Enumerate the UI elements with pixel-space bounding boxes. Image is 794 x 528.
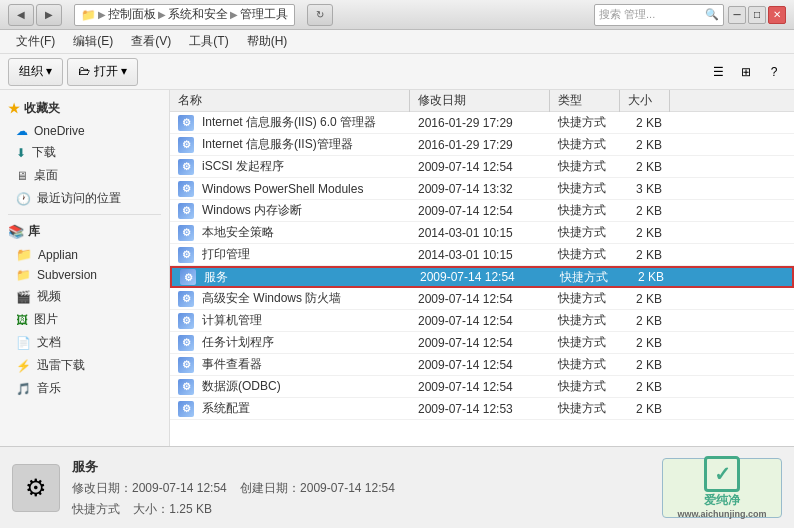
file-name-cell: ⚙ Windows PowerShell Modules <box>170 181 410 197</box>
table-row[interactable]: ⚙ 数据源(ODBC) 2009-07-14 12:54 快捷方式 2 KB <box>170 376 794 398</box>
onedrive-icon: ☁ <box>16 124 28 138</box>
file-type-cell: 快捷方式 <box>550 180 620 197</box>
file-name: iSCSI 发起程序 <box>202 158 284 175</box>
file-date-cell: 2009-07-14 13:32 <box>410 182 550 196</box>
view-tiles-button[interactable]: ⊞ <box>734 60 758 84</box>
table-row[interactable]: ⚙ Internet 信息服务(IIS) 6.0 管理器 2016-01-29 … <box>170 112 794 134</box>
col-header-size[interactable]: 大小 <box>620 90 670 112</box>
sidebar-item-video[interactable]: 🎬 视频 <box>0 285 169 308</box>
status-info: 服务 修改日期：2009-07-14 12:54 创建日期：2009-07-14… <box>72 458 650 518</box>
table-row[interactable]: ⚙ Windows 内存诊断 2009-07-14 12:54 快捷方式 2 K… <box>170 200 794 222</box>
file-icon: ⚙ <box>178 357 194 373</box>
sidebar-divider <box>8 214 161 215</box>
applian-icon: 📁 <box>16 247 32 262</box>
table-row[interactable]: ⚙ 打印管理 2014-03-01 10:15 快捷方式 2 KB <box>170 244 794 266</box>
close-button[interactable]: ✕ <box>768 6 786 24</box>
breadcrumb-icon: 📁 <box>81 8 96 22</box>
back-button[interactable]: ◀ <box>8 4 34 26</box>
window-controls: ─ □ ✕ <box>728 6 786 24</box>
sidebar-item-recent[interactable]: 🕐 最近访问的位置 <box>0 187 169 210</box>
file-size-cell: 2 KB <box>620 248 670 262</box>
sidebar-item-desktop[interactable]: 🖥 桌面 <box>0 164 169 187</box>
file-type-cell: 快捷方式 <box>550 400 620 417</box>
file-name-cell: ⚙ Windows 内存诊断 <box>170 202 410 219</box>
file-name: 本地安全策略 <box>202 224 274 241</box>
favorites-label: 收藏夹 <box>24 100 60 117</box>
table-row[interactable]: ⚙ 计算机管理 2009-07-14 12:54 快捷方式 2 KB <box>170 310 794 332</box>
open-button[interactable]: 🗁 打开 ▾ <box>67 58 138 86</box>
file-size-cell: 2 KB <box>620 292 670 306</box>
file-date-cell: 2009-07-14 12:53 <box>410 402 550 416</box>
table-row[interactable]: ⚙ 任务计划程序 2009-07-14 12:54 快捷方式 2 KB <box>170 332 794 354</box>
organize-button[interactable]: 组织 ▾ <box>8 58 63 86</box>
status-file-icon: ⚙ <box>12 464 60 512</box>
file-name-cell: ⚙ Internet 信息服务(IIS) 6.0 管理器 <box>170 114 410 131</box>
menu-file[interactable]: 文件(F) <box>8 31 63 52</box>
sidebar-item-label: 迅雷下载 <box>37 357 85 374</box>
sidebar-item-downloads[interactable]: ⬇ 下载 <box>0 141 169 164</box>
toolbar-right: ☰ ⊞ ? <box>706 60 786 84</box>
view-details-button[interactable]: ☰ <box>706 60 730 84</box>
favorites-section[interactable]: ★ 收藏夹 <box>0 96 169 121</box>
file-date-cell: 2009-07-14 12:54 <box>410 160 550 174</box>
sidebar-item-images[interactable]: 🖼 图片 <box>0 308 169 331</box>
menu-help[interactable]: 帮助(H) <box>239 31 296 52</box>
file-icon: ⚙ <box>178 401 194 417</box>
maximize-button[interactable]: □ <box>748 6 766 24</box>
col-header-type[interactable]: 类型 <box>550 90 620 112</box>
status-type-size: 快捷方式 大小：1.25 KB <box>72 501 650 518</box>
table-row[interactable]: ⚙ 高级安全 Windows 防火墙 2009-07-14 12:54 快捷方式… <box>170 288 794 310</box>
sidebar-item-label: Applian <box>38 248 78 262</box>
file-name: Internet 信息服务(IIS)管理器 <box>202 136 353 153</box>
file-size-cell: 2 KB <box>622 270 672 284</box>
col-header-name[interactable]: 名称 <box>170 90 410 112</box>
table-row[interactable]: ⚙ 服务 2009-07-14 12:54 快捷方式 2 KB <box>170 266 794 288</box>
address-bar[interactable]: 📁 ▶ 控制面板 ▶ 系统和安全 ▶ 管理工具 <box>74 4 295 26</box>
file-icon: ⚙ <box>178 159 194 175</box>
table-row[interactable]: ⚙ 本地安全策略 2014-03-01 10:15 快捷方式 2 KB <box>170 222 794 244</box>
desktop-icon: 🖥 <box>16 169 28 183</box>
minimize-button[interactable]: ─ <box>728 6 746 24</box>
sidebar-item-applian[interactable]: 📁 Applian <box>0 244 169 265</box>
sidebar-item-thunder[interactable]: ⚡ 迅雷下载 <box>0 354 169 377</box>
file-date-cell: 2009-07-14 12:54 <box>410 204 550 218</box>
file-type-cell: 快捷方式 <box>550 136 620 153</box>
file-date-cell: 2009-07-14 12:54 <box>410 380 550 394</box>
file-date-cell: 2009-07-14 12:54 <box>412 270 552 284</box>
file-type-cell: 快捷方式 <box>550 356 620 373</box>
file-type-cell: 快捷方式 <box>550 312 620 329</box>
file-name: 打印管理 <box>202 246 250 263</box>
sidebar-item-music[interactable]: 🎵 音乐 <box>0 377 169 400</box>
file-type-cell: 快捷方式 <box>550 246 620 263</box>
library-section[interactable]: 📚 库 <box>0 219 169 244</box>
search-box[interactable]: 搜索 管理... 🔍 <box>594 4 724 26</box>
file-date-cell: 2016-01-29 17:29 <box>410 116 550 130</box>
file-size-cell: 2 KB <box>620 358 670 372</box>
help-button[interactable]: ? <box>762 60 786 84</box>
status-modified: 修改日期：2009-07-14 12:54 创建日期：2009-07-14 12… <box>72 480 650 497</box>
sidebar-item-documents[interactable]: 📄 文档 <box>0 331 169 354</box>
titlebar-right: 搜索 管理... 🔍 ─ □ ✕ <box>594 4 786 26</box>
file-name-cell: ⚙ 事件查看器 <box>170 356 410 373</box>
menu-view[interactable]: 查看(V) <box>123 31 179 52</box>
titlebar-left: ◀ ▶ 📁 ▶ 控制面板 ▶ 系统和安全 ▶ 管理工具 ↻ <box>8 4 333 26</box>
sidebar-item-onedrive[interactable]: ☁ OneDrive <box>0 121 169 141</box>
file-icon: ⚙ <box>178 291 194 307</box>
forward-button[interactable]: ▶ <box>36 4 62 26</box>
sidebar-item-subversion[interactable]: 📁 Subversion <box>0 265 169 285</box>
refresh-button[interactable]: ↻ <box>307 4 333 26</box>
menu-edit[interactable]: 编辑(E) <box>65 31 121 52</box>
file-list: ⚙ Internet 信息服务(IIS) 6.0 管理器 2016-01-29 … <box>170 112 794 446</box>
status-filename: 服务 <box>72 458 650 476</box>
table-row[interactable]: ⚙ 事件查看器 2009-07-14 12:54 快捷方式 2 KB <box>170 354 794 376</box>
table-row[interactable]: ⚙ iSCSI 发起程序 2009-07-14 12:54 快捷方式 2 KB <box>170 156 794 178</box>
table-row[interactable]: ⚙ Internet 信息服务(IIS)管理器 2016-01-29 17:29… <box>170 134 794 156</box>
col-header-date[interactable]: 修改日期 <box>410 90 550 112</box>
table-row[interactable]: ⚙ 系统配置 2009-07-14 12:53 快捷方式 2 KB <box>170 398 794 420</box>
sidebar-item-label: 下载 <box>32 144 56 161</box>
table-row[interactable]: ⚙ Windows PowerShell Modules 2009-07-14 … <box>170 178 794 200</box>
sidebar: ★ 收藏夹 ☁ OneDrive ⬇ 下载 🖥 桌面 🕐 最近访问的位置 📚 库… <box>0 90 170 446</box>
watermark-brand: 爱纯净 <box>704 492 740 509</box>
menu-tools[interactable]: 工具(T) <box>181 31 236 52</box>
breadcrumb-part-3: 管理工具 <box>240 6 288 23</box>
